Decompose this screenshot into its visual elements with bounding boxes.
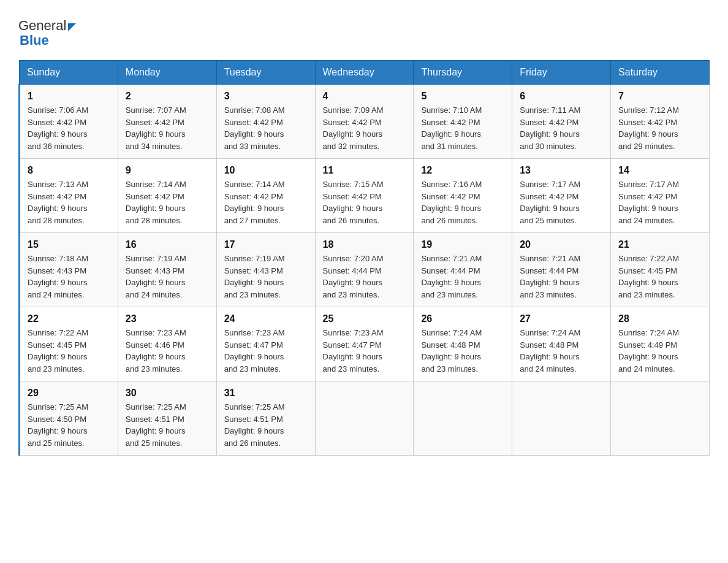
- calendar-day-cell: 8Sunrise: 7:13 AMSunset: 4:42 PMDaylight…: [20, 159, 118, 233]
- calendar-day-cell: 28Sunrise: 7:24 AMSunset: 4:49 PMDayligh…: [611, 307, 710, 381]
- day-info: Sunrise: 7:23 AMSunset: 4:47 PMDaylight:…: [323, 327, 406, 375]
- calendar-day-cell: 30Sunrise: 7:25 AMSunset: 4:51 PMDayligh…: [118, 381, 216, 456]
- calendar-day-cell: 23Sunrise: 7:23 AMSunset: 4:46 PMDayligh…: [118, 307, 216, 381]
- day-number: 16: [126, 239, 209, 250]
- day-number: 20: [520, 239, 603, 250]
- calendar-day-cell: 31Sunrise: 7:25 AMSunset: 4:51 PMDayligh…: [216, 381, 315, 456]
- day-info: Sunrise: 7:25 AMSunset: 4:50 PMDaylight:…: [28, 401, 110, 449]
- calendar-day-cell: 2Sunrise: 7:07 AMSunset: 4:42 PMDaylight…: [118, 85, 216, 159]
- day-number: 11: [323, 165, 406, 176]
- calendar-day-cell: [315, 381, 414, 456]
- day-info: Sunrise: 7:20 AMSunset: 4:44 PMDaylight:…: [323, 253, 406, 301]
- calendar-day-cell: 5Sunrise: 7:10 AMSunset: 4:42 PMDaylight…: [414, 85, 512, 159]
- calendar-day-cell: 13Sunrise: 7:17 AMSunset: 4:42 PMDayligh…: [512, 159, 611, 233]
- day-info: Sunrise: 7:18 AMSunset: 4:43 PMDaylight:…: [28, 253, 110, 301]
- calendar-week-row: 22Sunrise: 7:22 AMSunset: 4:45 PMDayligh…: [20, 307, 710, 381]
- day-number: 3: [224, 91, 308, 102]
- day-number: 24: [224, 313, 308, 324]
- calendar-day-cell: 9Sunrise: 7:14 AMSunset: 4:42 PMDaylight…: [118, 159, 216, 233]
- day-number: 25: [323, 313, 406, 324]
- calendar-day-cell: 27Sunrise: 7:24 AMSunset: 4:48 PMDayligh…: [512, 307, 611, 381]
- day-number: 19: [421, 239, 504, 250]
- day-of-week-header: Tuesday: [216, 61, 315, 85]
- day-info: Sunrise: 7:17 AMSunset: 4:42 PMDaylight:…: [618, 178, 702, 226]
- day-info: Sunrise: 7:24 AMSunset: 4:49 PMDaylight:…: [618, 327, 702, 375]
- day-number: 14: [618, 165, 702, 176]
- day-number: 22: [28, 313, 110, 324]
- calendar-day-cell: 18Sunrise: 7:20 AMSunset: 4:44 PMDayligh…: [315, 233, 414, 307]
- day-info: Sunrise: 7:25 AMSunset: 4:51 PMDaylight:…: [224, 401, 308, 449]
- calendar-week-row: 8Sunrise: 7:13 AMSunset: 4:42 PMDaylight…: [20, 159, 710, 233]
- day-info: Sunrise: 7:22 AMSunset: 4:45 PMDaylight:…: [618, 253, 702, 301]
- calendar-day-cell: 19Sunrise: 7:21 AMSunset: 4:44 PMDayligh…: [414, 233, 512, 307]
- calendar-day-cell: 4Sunrise: 7:09 AMSunset: 4:42 PMDaylight…: [315, 85, 414, 159]
- day-number: 21: [618, 239, 702, 250]
- day-info: Sunrise: 7:19 AMSunset: 4:43 PMDaylight:…: [126, 253, 209, 301]
- day-info: Sunrise: 7:14 AMSunset: 4:42 PMDaylight:…: [224, 178, 308, 226]
- day-info: Sunrise: 7:14 AMSunset: 4:42 PMDaylight:…: [126, 178, 209, 226]
- day-number: 13: [520, 165, 603, 176]
- day-number: 5: [421, 91, 504, 102]
- calendar-day-cell: 24Sunrise: 7:23 AMSunset: 4:47 PMDayligh…: [216, 307, 315, 381]
- day-of-week-header: Sunday: [20, 61, 118, 85]
- calendar-week-row: 29Sunrise: 7:25 AMSunset: 4:50 PMDayligh…: [20, 381, 710, 456]
- day-info: Sunrise: 7:21 AMSunset: 4:44 PMDaylight:…: [520, 253, 603, 301]
- day-number: 8: [28, 165, 110, 176]
- day-info: Sunrise: 7:09 AMSunset: 4:42 PMDaylight:…: [323, 104, 406, 152]
- day-info: Sunrise: 7:08 AMSunset: 4:42 PMDaylight:…: [224, 104, 308, 152]
- calendar-day-cell: 3Sunrise: 7:08 AMSunset: 4:42 PMDaylight…: [216, 85, 315, 159]
- header: General Blue: [18, 18, 710, 48]
- calendar-day-cell: 16Sunrise: 7:19 AMSunset: 4:43 PMDayligh…: [118, 233, 216, 307]
- day-info: Sunrise: 7:25 AMSunset: 4:51 PMDaylight:…: [126, 401, 209, 449]
- day-info: Sunrise: 7:17 AMSunset: 4:42 PMDaylight:…: [520, 178, 603, 226]
- logo-blue-text: Blue: [18, 33, 76, 48]
- day-info: Sunrise: 7:23 AMSunset: 4:46 PMDaylight:…: [126, 327, 209, 375]
- day-of-week-header: Saturday: [611, 61, 710, 85]
- calendar-day-cell: 26Sunrise: 7:24 AMSunset: 4:48 PMDayligh…: [414, 307, 512, 381]
- day-number: 28: [618, 313, 702, 324]
- day-number: 18: [323, 239, 406, 250]
- day-number: 29: [28, 388, 110, 399]
- calendar-day-cell: 7Sunrise: 7:12 AMSunset: 4:42 PMDaylight…: [611, 85, 710, 159]
- calendar-day-cell: 17Sunrise: 7:19 AMSunset: 4:43 PMDayligh…: [216, 233, 315, 307]
- calendar-day-cell: 1Sunrise: 7:06 AMSunset: 4:42 PMDaylight…: [20, 85, 118, 159]
- day-number: 7: [618, 91, 702, 102]
- calendar-day-cell: 12Sunrise: 7:16 AMSunset: 4:42 PMDayligh…: [414, 159, 512, 233]
- day-info: Sunrise: 7:16 AMSunset: 4:42 PMDaylight:…: [421, 178, 504, 226]
- day-of-week-header: Friday: [512, 61, 611, 85]
- day-info: Sunrise: 7:10 AMSunset: 4:42 PMDaylight:…: [421, 104, 504, 152]
- calendar-day-cell: 20Sunrise: 7:21 AMSunset: 4:44 PMDayligh…: [512, 233, 611, 307]
- calendar-day-cell: [512, 381, 611, 456]
- logo: General Blue: [18, 18, 76, 48]
- day-number: 15: [28, 239, 110, 250]
- calendar-day-cell: 14Sunrise: 7:17 AMSunset: 4:42 PMDayligh…: [611, 159, 710, 233]
- day-info: Sunrise: 7:22 AMSunset: 4:45 PMDaylight:…: [28, 327, 110, 375]
- day-number: 26: [421, 313, 504, 324]
- day-number: 31: [224, 388, 308, 399]
- day-info: Sunrise: 7:24 AMSunset: 4:48 PMDaylight:…: [520, 327, 603, 375]
- day-number: 27: [520, 313, 603, 324]
- day-number: 17: [224, 239, 308, 250]
- day-number: 9: [126, 165, 209, 176]
- day-info: Sunrise: 7:23 AMSunset: 4:47 PMDaylight:…: [224, 327, 308, 375]
- day-number: 30: [126, 388, 209, 399]
- calendar-table: SundayMondayTuesdayWednesdayThursdayFrid…: [18, 60, 710, 456]
- day-number: 23: [126, 313, 209, 324]
- day-number: 6: [520, 91, 603, 102]
- day-info: Sunrise: 7:06 AMSunset: 4:42 PMDaylight:…: [28, 104, 110, 152]
- day-of-week-header: Wednesday: [315, 61, 414, 85]
- day-of-week-header: Thursday: [414, 61, 512, 85]
- day-number: 1: [28, 91, 110, 102]
- day-number: 2: [126, 91, 209, 102]
- day-number: 10: [224, 165, 308, 176]
- day-info: Sunrise: 7:21 AMSunset: 4:44 PMDaylight:…: [421, 253, 504, 301]
- calendar-day-cell: [611, 381, 710, 456]
- calendar-day-cell: [414, 381, 512, 456]
- day-of-week-header: Monday: [118, 61, 216, 85]
- calendar-day-cell: 21Sunrise: 7:22 AMSunset: 4:45 PMDayligh…: [611, 233, 710, 307]
- calendar-day-cell: 15Sunrise: 7:18 AMSunset: 4:43 PMDayligh…: [20, 233, 118, 307]
- day-info: Sunrise: 7:13 AMSunset: 4:42 PMDaylight:…: [28, 178, 110, 226]
- logo-general-text: General: [18, 18, 76, 33]
- calendar-day-cell: 11Sunrise: 7:15 AMSunset: 4:42 PMDayligh…: [315, 159, 414, 233]
- calendar-day-cell: 6Sunrise: 7:11 AMSunset: 4:42 PMDaylight…: [512, 85, 611, 159]
